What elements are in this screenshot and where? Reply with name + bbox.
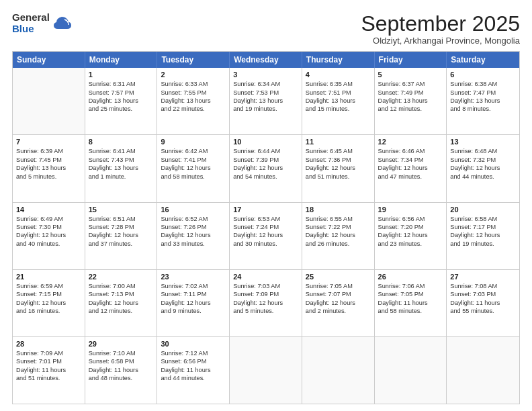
cell-line: Sunset: 7:57 PM <box>89 89 154 97</box>
cell-line: Sunrise: 7:05 AM <box>306 282 371 290</box>
calendar-cell-1: 1Sunrise: 6:31 AMSunset: 7:57 PMDaylight… <box>85 68 158 134</box>
cell-line: Sunrise: 6:42 AM <box>161 147 226 155</box>
cell-line: Sunset: 7:05 PM <box>378 290 443 298</box>
cell-line: and 5 minutes. <box>233 307 298 315</box>
calendar-cell-empty-0-0 <box>13 68 85 134</box>
cell-line: Sunset: 7:22 PM <box>306 223 371 231</box>
calendar-body: 1Sunrise: 6:31 AMSunset: 7:57 PMDaylight… <box>13 68 519 404</box>
cell-line: and 54 minutes. <box>233 173 298 181</box>
cell-line: Sunset: 7:47 PM <box>450 89 516 97</box>
cell-line: Sunset: 7:45 PM <box>16 156 81 164</box>
cell-line: Sunrise: 6:34 AM <box>233 80 298 88</box>
cell-line: Sunset: 7:17 PM <box>450 223 516 231</box>
day-number: 22 <box>89 273 154 281</box>
cell-line: Daylight: 12 hours <box>16 299 81 307</box>
cell-line: Sunrise: 6:58 AM <box>450 215 516 223</box>
cell-line: Sunrise: 6:41 AM <box>89 147 154 155</box>
location-subtitle: Oldziyt, Arkhangai Province, Mongolia <box>361 36 520 46</box>
cell-line: Sunrise: 7:02 AM <box>161 282 226 290</box>
calendar-cell-3: 3Sunrise: 6:34 AMSunset: 7:53 PMDaylight… <box>230 68 302 134</box>
cell-line: Sunset: 7:20 PM <box>378 223 443 231</box>
calendar-cell-11: 11Sunrise: 6:45 AMSunset: 7:36 PMDayligh… <box>302 135 375 201</box>
day-number: 20 <box>450 205 516 214</box>
cell-line: Sunrise: 6:53 AM <box>233 215 298 223</box>
day-number: 29 <box>89 340 154 348</box>
day-number: 13 <box>450 138 516 146</box>
cell-line: Sunrise: 6:48 AM <box>450 147 516 155</box>
cell-line: and 51 minutes. <box>16 374 81 382</box>
cell-line: and 12 minutes. <box>378 105 443 113</box>
calendar-cell-20: 20Sunrise: 6:58 AMSunset: 7:17 PMDayligh… <box>447 203 519 269</box>
cell-line: Daylight: 12 hours <box>450 164 516 172</box>
cell-line: Daylight: 11 hours <box>16 366 81 374</box>
day-number: 15 <box>89 205 154 214</box>
cell-line: and 58 minutes. <box>378 307 443 315</box>
cell-line: Daylight: 12 hours <box>161 299 226 307</box>
cell-line: and 19 minutes. <box>233 105 298 113</box>
cell-line: Sunset: 7:24 PM <box>233 223 298 231</box>
cell-line: Sunrise: 6:45 AM <box>306 147 371 155</box>
cell-line: and 12 minutes. <box>89 307 154 315</box>
cell-line: Sunset: 7:49 PM <box>378 89 443 97</box>
cell-line: Sunrise: 6:33 AM <box>161 80 226 88</box>
cell-line: Daylight: 12 hours <box>233 164 298 172</box>
cell-line: Sunset: 7:07 PM <box>306 290 371 298</box>
cell-line: and 47 minutes. <box>378 173 443 181</box>
cell-line: Daylight: 12 hours <box>89 231 154 239</box>
cell-line: Sunset: 7:09 PM <box>233 290 298 298</box>
weekday-header-saturday: Saturday <box>447 52 519 68</box>
weekday-header-tuesday: Tuesday <box>157 52 230 68</box>
cell-line: and 22 minutes. <box>161 105 226 113</box>
calendar: SundayMondayTuesdayWednesdayThursdayFrid… <box>12 51 520 404</box>
cell-line: Daylight: 13 hours <box>306 97 371 105</box>
weekday-header-sunday: Sunday <box>13 52 85 68</box>
calendar-cell-23: 23Sunrise: 7:02 AMSunset: 7:11 PMDayligh… <box>157 270 230 336</box>
calendar-cell-22: 22Sunrise: 7:00 AMSunset: 7:13 PMDayligh… <box>85 270 158 336</box>
cell-line: Daylight: 12 hours <box>16 231 81 239</box>
day-number: 24 <box>233 273 298 281</box>
cell-line: and 23 minutes. <box>378 240 443 248</box>
day-number: 8 <box>89 138 154 146</box>
day-number: 11 <box>306 138 371 146</box>
cell-line: and 55 minutes. <box>450 307 516 315</box>
day-number: 17 <box>233 205 298 214</box>
calendar-cell-7: 7Sunrise: 6:39 AMSunset: 7:45 PMDaylight… <box>13 135 85 201</box>
cell-line: Daylight: 12 hours <box>161 231 226 239</box>
day-number: 18 <box>306 205 371 214</box>
cell-line: Sunrise: 7:00 AM <box>89 282 154 290</box>
cell-line: and 9 minutes. <box>161 307 226 315</box>
calendar-cell-empty-4-5 <box>375 337 447 404</box>
cell-line: Sunset: 7:43 PM <box>89 156 154 164</box>
cell-line: and 15 minutes. <box>306 105 371 113</box>
calendar-cell-24: 24Sunrise: 7:03 AMSunset: 7:09 PMDayligh… <box>230 270 302 336</box>
cell-line: Sunrise: 6:37 AM <box>378 80 443 88</box>
cell-line: Daylight: 12 hours <box>378 231 443 239</box>
cell-line: Daylight: 12 hours <box>378 164 443 172</box>
calendar-cell-17: 17Sunrise: 6:53 AMSunset: 7:24 PMDayligh… <box>230 203 302 269</box>
cell-line: and 40 minutes. <box>16 240 81 248</box>
title-block: September 2025 Oldziyt, Arkhangai Provin… <box>361 12 520 46</box>
weekday-header-friday: Friday <box>375 52 447 68</box>
calendar-cell-5: 5Sunrise: 6:37 AMSunset: 7:49 PMDaylight… <box>375 68 447 134</box>
calendar-cell-29: 29Sunrise: 7:10 AMSunset: 6:58 PMDayligh… <box>85 337 158 404</box>
cell-line: and 8 minutes. <box>450 105 516 113</box>
cell-line: Daylight: 11 hours <box>450 299 516 307</box>
cell-line: Sunrise: 6:52 AM <box>161 215 226 223</box>
day-number: 4 <box>306 71 371 79</box>
cell-line: and 30 minutes. <box>233 240 298 248</box>
cell-line: Sunrise: 7:03 AM <box>233 282 298 290</box>
cell-line: Daylight: 12 hours <box>233 299 298 307</box>
cell-line: Daylight: 13 hours <box>89 97 154 105</box>
cell-line: Sunset: 7:28 PM <box>89 223 154 231</box>
cell-line: and 5 minutes. <box>16 173 81 181</box>
cell-line: and 33 minutes. <box>161 240 226 248</box>
calendar-cell-10: 10Sunrise: 6:44 AMSunset: 7:39 PMDayligh… <box>230 135 302 201</box>
cell-line: Sunset: 7:03 PM <box>450 290 516 298</box>
day-number: 28 <box>16 340 81 348</box>
calendar-cell-9: 9Sunrise: 6:42 AMSunset: 7:41 PMDaylight… <box>157 135 230 201</box>
cell-line: Sunrise: 6:39 AM <box>16 147 81 155</box>
calendar-cell-21: 21Sunrise: 6:59 AMSunset: 7:15 PMDayligh… <box>13 270 85 336</box>
day-number: 2 <box>161 71 226 79</box>
cell-line: Sunset: 7:32 PM <box>450 156 516 164</box>
calendar-row-2: 14Sunrise: 6:49 AMSunset: 7:30 PMDayligh… <box>13 202 519 269</box>
